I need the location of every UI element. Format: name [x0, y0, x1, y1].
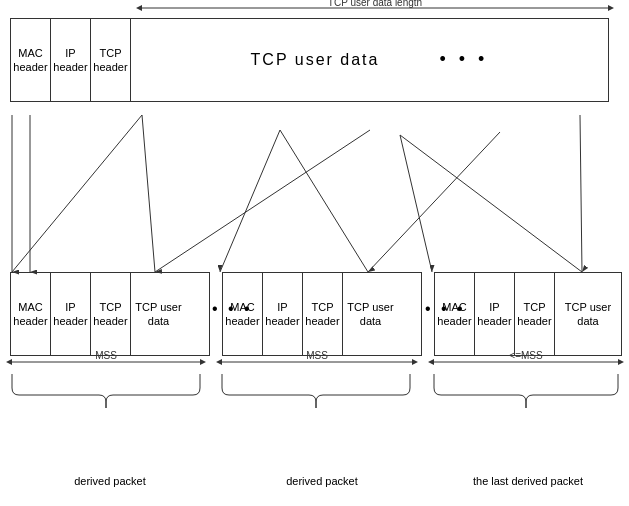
- derived-label-2: derived packet: [222, 475, 422, 487]
- bottom2-mac-header: MAC header: [223, 273, 263, 355]
- bottom2-ip-header: IP header: [263, 273, 303, 355]
- bottom1-tcp-user-data: TCP user data: [131, 273, 186, 355]
- bottom3-ip-header: IP header: [475, 273, 515, 355]
- top-packet: MAC header IP header TCP header TCP user…: [10, 18, 609, 102]
- svg-line-7: [400, 135, 582, 272]
- bottom3-mac-header: MAC header: [435, 273, 475, 355]
- svg-line-9: [368, 132, 500, 272]
- svg-line-3: [142, 115, 155, 272]
- bottom1-tcp-header: TCP header: [91, 273, 131, 355]
- diagram-container: TCP user data length: [0, 0, 629, 506]
- bottom-packet-3: MAC header IP header TCP header TCP user…: [434, 272, 622, 356]
- svg-line-6: [400, 135, 432, 272]
- bottom-packet-2: MAC header IP header TCP header TCP user…: [222, 272, 422, 356]
- svg-line-5: [280, 130, 368, 272]
- svg-line-8: [155, 130, 370, 272]
- svg-line-10: [580, 115, 582, 272]
- bottom-packet-1: MAC header IP header TCP header TCP user…: [10, 272, 210, 356]
- top-mac-header: MAC header: [11, 19, 51, 101]
- top-tcp-user-data: TCP user data • • •: [131, 19, 608, 101]
- svg-line-2: [12, 115, 142, 272]
- tcp-user-data-length-label: TCP user data length: [328, 0, 422, 8]
- derived-label-1: derived packet: [10, 475, 210, 487]
- derived-label-3: the last derived packet: [434, 475, 622, 487]
- bottom1-ip-header: IP header: [51, 273, 91, 355]
- bottom1-mac-header: MAC header: [11, 273, 51, 355]
- bottom2-tcp-header: TCP header: [303, 273, 343, 355]
- bottom3-tcp-header: TCP header: [515, 273, 555, 355]
- bottom2-tcp-user-data: TCP user data: [343, 273, 398, 355]
- bottom3-tcp-user-data: TCP user data: [555, 273, 621, 355]
- top-tcp-header: TCP header: [91, 19, 131, 101]
- svg-line-4: [220, 130, 280, 272]
- top-ip-header: IP header: [51, 19, 91, 101]
